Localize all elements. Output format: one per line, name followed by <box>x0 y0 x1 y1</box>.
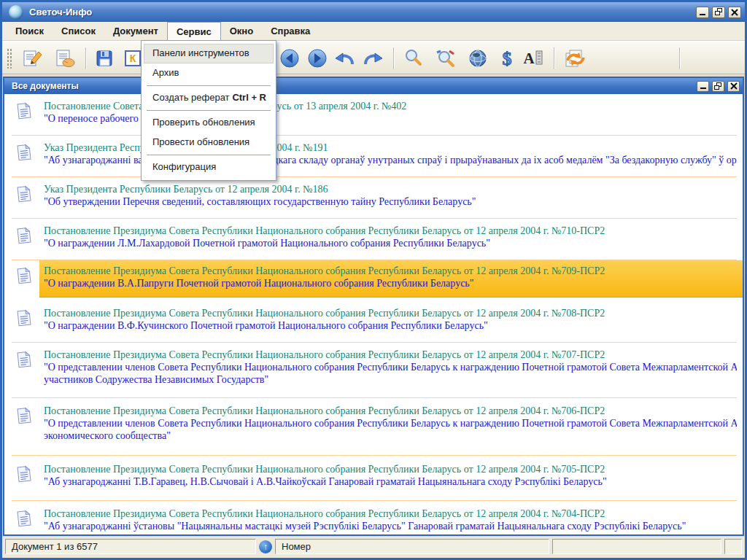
document-icon <box>15 405 34 426</box>
search-button[interactable] <box>402 47 425 69</box>
minimize-icon <box>700 82 707 90</box>
menu-dokument[interactable]: Документ <box>104 22 167 40</box>
save-button[interactable] <box>93 47 116 69</box>
menu-separator <box>147 155 271 155</box>
font-settings-button[interactable]: A <box>522 47 545 69</box>
menu-spisok[interactable]: Список <box>53 22 104 40</box>
menu-okno[interactable]: Окно <box>221 22 262 40</box>
dollar-icon: $ <box>498 48 516 69</box>
document-subtitle: "О представлении членов Совета Республик… <box>44 361 737 373</box>
document-icon <box>15 101 34 121</box>
minimize-icon <box>699 9 706 16</box>
minimize-button[interactable] <box>696 7 709 18</box>
document-title: Постановление Президиума Совета Республи… <box>44 225 737 237</box>
service-menu: Панели инструментов Архив Создать рефера… <box>141 40 276 181</box>
menu-item-toolbars[interactable]: Панели инструментов <box>144 44 274 63</box>
document-subtitle-cont: экономического сообщества" <box>44 429 737 442</box>
document-row[interactable]: Постановление Президиума Совета Республи… <box>12 298 737 343</box>
workspace: Все документы <box>2 75 745 537</box>
menu-poisk[interactable]: Поиск <box>7 22 53 40</box>
document-row[interactable]: Постановление Президиума Совета Республи… <box>12 501 737 534</box>
search-attributes-button[interactable] <box>434 47 457 69</box>
document-window-titlebar: Все документы <box>4 78 743 94</box>
close-button[interactable] <box>728 7 741 18</box>
document-icon <box>15 508 34 529</box>
menu-item-check-updates[interactable]: Проверить обновления <box>144 113 274 133</box>
shortcut-label: Ctrl + R <box>232 88 266 108</box>
close-icon <box>730 82 738 90</box>
document-title: Постановление Президиума Совета Республи… <box>44 265 737 277</box>
document-subtitle: "Аб узнагароджанні ўстановы "Нацыянальны… <box>44 520 737 532</box>
menu-separator <box>147 110 271 111</box>
close-icon <box>731 9 738 16</box>
document-icon <box>15 349 34 370</box>
menu-item-create-abstract[interactable]: Создать реферат Ctrl + R <box>144 88 274 108</box>
restore-icon <box>715 8 723 16</box>
number-field-label: Номер <box>282 541 311 552</box>
document-title: Постановление Президиума Совета Республи… <box>44 349 737 361</box>
document-row[interactable]: Указ Президента Республики Беларусь от 1… <box>12 177 737 219</box>
internet-button[interactable] <box>466 47 489 69</box>
svg-text:$: $ <box>503 48 512 69</box>
titlebar: Светоч-Инфо <box>2 2 745 22</box>
undo-button[interactable] <box>333 47 357 69</box>
document-row[interactable]: Постановление Президиума Совета Республи… <box>12 398 737 456</box>
document-icon <box>15 142 34 163</box>
status-position: Документ 1 из 6577 <box>5 539 256 554</box>
send-document-icon <box>54 48 76 69</box>
edit-document-icon <box>22 48 44 69</box>
restore-button[interactable] <box>712 7 725 18</box>
goto-button[interactable]: ↑ <box>259 540 272 553</box>
menu-bar: Поиск Список Документ Сервис Окно Справк… <box>2 22 745 41</box>
document-title: Постановление Президиума Совета Республи… <box>44 508 737 520</box>
document-row[interactable]: Постановление Президиума Совета Республи… <box>12 456 737 501</box>
toolbar: К <box>2 41 745 74</box>
document-icon <box>15 265 34 286</box>
restore-icon <box>714 82 722 90</box>
status-panel-empty <box>552 539 721 554</box>
doc-close-button[interactable] <box>727 81 740 92</box>
toolbar-grip[interactable] <box>7 48 13 69</box>
doc-minimize-button[interactable] <box>697 81 709 92</box>
document-row[interactable]: Постановление Совета Министров Республик… <box>12 94 737 136</box>
document-list-window: Все документы <box>3 77 744 536</box>
menu-servis[interactable]: Сервис <box>167 22 221 40</box>
save-icon <box>95 49 114 68</box>
menu-item-run-updates[interactable]: Провести обновления <box>144 133 274 152</box>
search-attributes-icon <box>435 48 457 69</box>
document-row[interactable]: Указ Президента Республики Беларусь от 1… <box>12 136 737 177</box>
document-row[interactable]: Постановление Президиума Совета Республи… <box>12 343 737 398</box>
document-row-selected[interactable]: Постановление Президиума Совета Республи… <box>12 260 737 298</box>
document-icon <box>15 308 34 328</box>
update-documents-icon <box>562 47 590 69</box>
app-logo-icon <box>9 5 23 20</box>
document-title: Постановление Президиума Совета Республи… <box>44 405 737 417</box>
doc-restore-button[interactable] <box>712 81 724 92</box>
svg-text:A: A <box>523 50 535 67</box>
menu-item-archive[interactable]: Архив <box>144 63 274 83</box>
document-list: Постановление Совета Министров Республик… <box>4 94 743 534</box>
update-documents-button[interactable] <box>562 47 590 69</box>
redo-button[interactable] <box>361 47 384 69</box>
svg-text:К: К <box>130 52 136 64</box>
up-arrow-icon: ↑ <box>263 542 268 551</box>
menu-spravka[interactable]: Справка <box>262 22 319 40</box>
number-field[interactable]: Номер <box>275 539 549 554</box>
search-icon <box>403 48 424 69</box>
redo-icon <box>362 49 384 68</box>
back-icon <box>279 48 300 69</box>
currency-button[interactable]: $ <box>495 47 519 69</box>
window-title: Светоч-Инфо <box>29 7 696 18</box>
back-button[interactable] <box>278 47 301 69</box>
document-icon <box>15 464 34 484</box>
menu-item-configuration[interactable]: Конфигурация <box>144 158 274 177</box>
document-icon <box>15 184 34 204</box>
document-subtitle: "О представлении членов Совета Республик… <box>44 417 737 429</box>
application-window: Светоч-Инфо Поиск Список Документ <box>0 0 747 560</box>
forward-button[interactable] <box>306 47 329 69</box>
document-title: Постановление Президиума Совета Республи… <box>44 307 737 319</box>
menu-separator <box>147 85 271 86</box>
document-row[interactable]: Постановление Президиума Совета Республи… <box>12 219 737 260</box>
edit-document-button[interactable] <box>21 47 44 69</box>
send-document-button[interactable] <box>53 47 77 69</box>
